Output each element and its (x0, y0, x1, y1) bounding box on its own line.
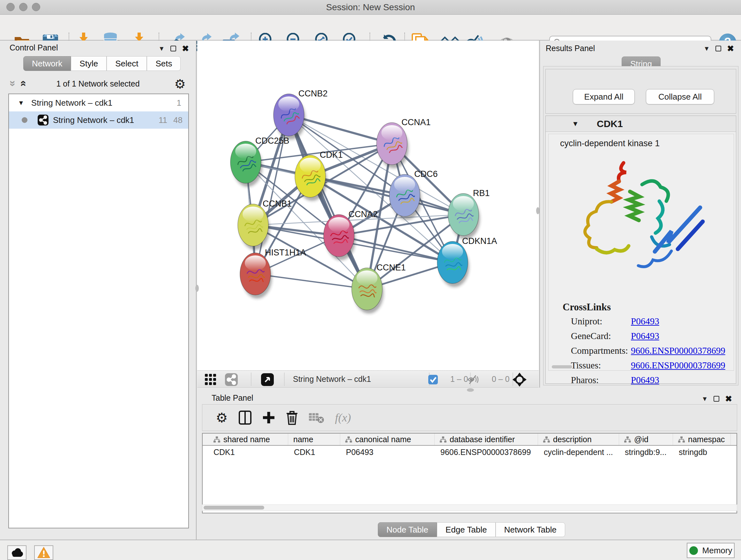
column-header-shared-name[interactable]: shared name (203, 434, 288, 445)
table-scrollbar-thumb[interactable] (204, 506, 264, 509)
crosslink-link[interactable]: 9606.ENSP00000378699 (631, 346, 725, 356)
table-cell[interactable]: cyclin-dependent ... (538, 448, 619, 457)
birds-eye-grid-button[interactable] (204, 373, 217, 386)
add-column-icon[interactable] (262, 411, 275, 424)
table-cell[interactable]: P06493 (340, 448, 434, 457)
tab-style[interactable]: Style (71, 56, 107, 71)
table-cell[interactable]: CDK1 (288, 448, 340, 457)
table-cell[interactable]: stringdb (673, 448, 731, 457)
selected-checkbox[interactable] (428, 374, 438, 385)
close-panel-icon[interactable]: ✖ (725, 395, 732, 403)
delete-table-icon-disabled[interactable] (309, 412, 324, 423)
crosslink-label: Pharos: (571, 375, 599, 385)
crosslink-label: GeneCard: (571, 331, 611, 341)
memory-button[interactable]: Memory (687, 543, 735, 558)
network-node-CDC25B[interactable] (230, 141, 262, 187)
control-panel-tabs: NetworkStyleSelectSets (23, 56, 181, 71)
splitter-handle-bottom[interactable] (467, 388, 474, 392)
network-node-CCNA2[interactable] (324, 214, 355, 260)
network-node-CCNE1[interactable] (352, 268, 384, 314)
column-header-@id[interactable]: @id (619, 434, 673, 445)
gene-details: cyclin-dependent kinase 1 (548, 134, 734, 371)
main-toolbar: ? (0, 15, 741, 41)
table-cell[interactable]: 9606.ENSP00000378699 (434, 448, 538, 457)
warning-status-button[interactable] (34, 545, 53, 560)
delete-column-trash-icon[interactable] (286, 410, 298, 425)
crosslink-link[interactable]: 9606.ENSP00000378699 (631, 360, 725, 371)
table-row[interactable]: CDK1CDK1P064939606.ENSP00000378699cyclin… (203, 446, 737, 458)
column-header-namespac[interactable]: namespac (673, 434, 731, 445)
column-header-name[interactable]: name (288, 434, 340, 445)
network-collection-count: 1 (177, 98, 181, 108)
window-minimize-button[interactable] (19, 3, 27, 11)
tab-node-table[interactable]: Node Table (378, 522, 437, 537)
tab-network-table[interactable]: Network Table (495, 522, 565, 537)
float-panel-icon[interactable] (716, 46, 721, 51)
tab-select[interactable]: Select (107, 56, 147, 71)
section-expand-arrow-icon[interactable]: ▼ (572, 120, 579, 128)
protein-structure-image (576, 153, 710, 294)
horizontal-splitter[interactable] (197, 388, 741, 392)
cloud-status-button[interactable] (7, 545, 26, 560)
crosslink-link[interactable]: P06493 (631, 375, 659, 385)
network-edge-CDK1-RB1[interactable] (310, 176, 463, 214)
network-node-CDKN1A[interactable] (437, 241, 469, 287)
detach-view-button[interactable] (261, 373, 274, 386)
tree-expand-arrow-icon[interactable]: ▼ (18, 99, 24, 107)
network-node-CCNB1[interactable] (238, 204, 270, 250)
column-header-label: namespac (688, 435, 725, 444)
show-columns-icon[interactable] (239, 411, 252, 425)
float-panel-icon[interactable] (171, 46, 176, 51)
table-cell[interactable]: CDK1 (203, 448, 288, 457)
network-node-RB1[interactable] (448, 193, 480, 239)
float-panel-icon[interactable] (714, 396, 719, 401)
collapse-panel-icon[interactable]: ▼ (703, 45, 710, 52)
control-panel-window-buttons: ▼ ✖ (158, 44, 189, 53)
collapse-panel-icon[interactable]: ▼ (158, 45, 165, 52)
close-panel-icon[interactable]: ✖ (182, 44, 189, 53)
network-options-gear-icon[interactable]: ⚙ (174, 77, 186, 91)
node-label-CDK1: CDK1 (320, 150, 343, 160)
function-builder-button-disabled[interactable]: f(x) (335, 411, 351, 424)
window-zoom-button[interactable] (32, 3, 40, 11)
table-header-row: shared namenamecanonical namedatabase id… (203, 434, 737, 446)
column-header-description[interactable]: description (538, 434, 619, 445)
crosshair-icon (513, 373, 527, 387)
crosslink-link[interactable]: P06493 (631, 316, 659, 327)
network-node-HIST1H1A[interactable] (240, 253, 272, 299)
close-panel-icon[interactable]: ✖ (727, 44, 734, 53)
tab-edge-table[interactable]: Edge Table (437, 522, 495, 537)
network-collection-row[interactable]: ▼ String Network – cdk1 1 (9, 94, 188, 111)
network-graph: CCNB2CCNA1CDC25BCDK1CDC6RB1CCNB1CCNA2CDK… (197, 41, 539, 370)
tab-sets[interactable]: Sets (147, 56, 181, 71)
node-label-CCNB1: CCNB1 (263, 199, 292, 208)
results-scrollbar-thumb[interactable] (552, 365, 572, 368)
window-close-button[interactable] (6, 3, 15, 11)
navigator-button[interactable] (513, 373, 527, 387)
collapse-all-button[interactable]: Collapse All (646, 89, 714, 105)
network-node-CCNB2[interactable] (273, 94, 306, 139)
cloud-icon (10, 548, 23, 557)
column-header-database-identifier[interactable]: database identifier (434, 434, 538, 445)
network-row[interactable]: String Network – cdk1 11 48 (9, 111, 188, 129)
table-horizontal-scrollbar[interactable] (202, 504, 737, 511)
crosslink-link[interactable]: P06493 (631, 331, 659, 341)
collapse-panel-icon[interactable]: ▼ (701, 395, 708, 402)
tab-network[interactable]: Network (23, 56, 71, 71)
network-share-view-button[interactable] (225, 373, 238, 386)
expand-collapse-box: Expand All Collapse All (545, 69, 736, 114)
hidden-items-button[interactable] (468, 374, 479, 385)
splitter-handle-left[interactable] (195, 285, 199, 292)
gene-section-header[interactable]: ▼ CDK1 (546, 116, 736, 132)
column-header-canonical-name[interactable]: canonical name (340, 434, 434, 445)
table-panel: Table Panel ▼ ✖ ⚙ f(x) shared namenameca… (197, 392, 741, 540)
table-cell[interactable]: stringdb:9... (619, 448, 673, 457)
table-settings-gear-icon[interactable]: ⚙ (216, 410, 228, 426)
network-view-canvas[interactable]: CCNB2CCNA1CDC25BCDK1CDC6RB1CCNB1CCNA2CDK… (197, 41, 539, 370)
crosslink-label: Uniprot: (571, 316, 602, 326)
network-node-CDC6[interactable] (389, 174, 421, 220)
network-edge-HIST1H1A-CCNE1[interactable] (255, 274, 367, 289)
hidden-counts: 0 – 0 (492, 374, 510, 384)
expand-all-button[interactable]: Expand All (573, 89, 635, 105)
node-label-RB1: RB1 (473, 188, 490, 198)
